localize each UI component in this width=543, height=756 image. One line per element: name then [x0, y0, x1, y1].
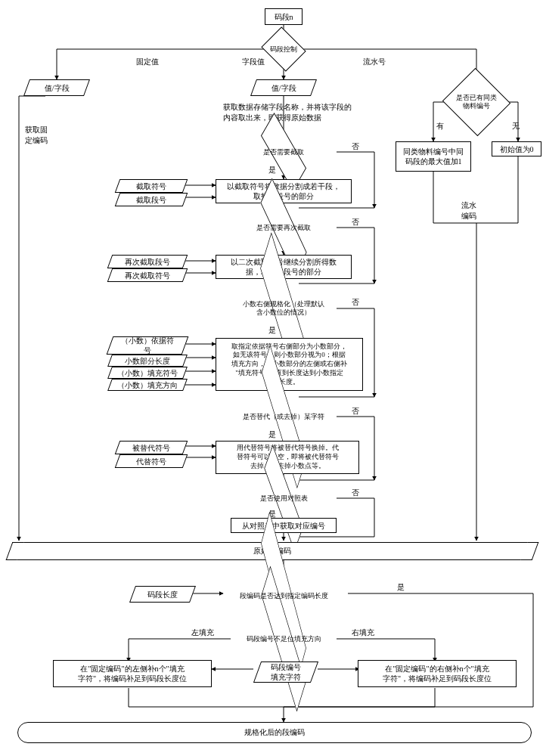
replace-sym-io: 代替符号 — [115, 454, 188, 468]
dec-fill-sym-io: （小数）填充符号 — [107, 367, 188, 379]
trunc2-diamond: 是否需要再次截取 — [246, 215, 321, 240]
control-diamond: 码段控制 — [267, 36, 300, 63]
yes3: 是 — [268, 325, 276, 336]
init-action: 初始值为0 — [492, 141, 541, 156]
no3: 否 — [352, 297, 359, 308]
no5: 否 — [352, 488, 359, 498]
branch-field-label: 字段值 — [242, 57, 265, 67]
from-table: 从对照表中获取对应编号 — [231, 518, 337, 533]
start-box: 码段n — [265, 8, 303, 25]
branch-fixed-label: 固定值 — [136, 57, 159, 67]
dec-diamond: 小数右侧规格化（处理默认 含小数位的情况） — [231, 293, 337, 324]
has-label: 有 — [436, 121, 444, 132]
same-action: 同类物料编号中同 码段的最大值加1 — [396, 141, 471, 172]
serial-diamond: 是否已有同类 物料编号 — [452, 79, 501, 125]
trunc2-seg-io: 再次截取段号 — [107, 255, 188, 268]
no2: 否 — [352, 217, 359, 228]
left-fill-label: 左填充 — [191, 627, 214, 638]
trunc-action: 以截取符号将数据分割成若干段， 取指定段号的部分 — [216, 179, 352, 203]
yes4: 是 — [268, 429, 276, 440]
dec-len-io: 小数部分长度 — [107, 355, 188, 367]
replaced-sym-io: 被替代符号 — [115, 441, 188, 454]
field-note: 获取数据存储字段名称，并将该字段的 内容取出来，即获得原始数据 — [223, 102, 382, 123]
field-value-io: 值/字段 — [250, 79, 317, 96]
final-terminal: 规格化后的段编码 — [17, 722, 532, 743]
right-fill-label: 右填充 — [352, 627, 374, 638]
trunc-seg-io: 截取段号 — [115, 193, 188, 206]
trunc2-sym-io: 再次截取符号 — [107, 268, 188, 282]
dec-action: 取指定依据符号右侧部分为小数部分， 如无该符号，则小数部分视为0；根据 填充方向… — [216, 338, 363, 391]
serial-code-label: 流水 编码 — [461, 200, 476, 222]
table-diamond: 是否使用对照表 — [244, 488, 323, 509]
yes6: 是 — [397, 582, 405, 593]
trunc-sym-io: 截取符号 — [115, 179, 188, 193]
right-action: 在"固定编码"的右侧补n个"填充 字符"，将编码补足到码段长度位 — [358, 660, 517, 687]
trunc-diamond: 是否需要截取 — [253, 140, 314, 164]
fill-char-io: 码段编号 填充字符 — [253, 662, 318, 683]
no1: 否 — [352, 141, 359, 152]
fixed-value-io: 值/字段 — [23, 79, 90, 96]
yes1: 是 — [268, 165, 276, 175]
no4: 否 — [352, 406, 359, 417]
replace-diamond: 是否替代（或去掉）某字符 — [231, 404, 337, 429]
replace-action: 用代替符号将被替代符号换掉。代 替符号可以是空，即将被代替符号 去掉，如去掉小数… — [216, 441, 359, 474]
dec-basis-io: （小数）依据符 号 — [107, 336, 189, 355]
fill-dir-diamond: 码段编号不足位填充方向 — [231, 626, 337, 652]
get-fixed-label: 获取固 定编码 — [25, 125, 48, 146]
dec-fill-dir-io: （小数）填充方向 — [107, 379, 188, 391]
left-action: 在"固定编码"的左侧补n个"填充 字符"，将编码补足到码段长度位 — [53, 660, 212, 687]
branch-serial-label: 流水号 — [363, 57, 386, 67]
none-label: 无 — [512, 121, 520, 132]
len-diamond: 段编码是否达到指定编码长度 — [223, 582, 344, 609]
seg-len-io: 码段长度 — [129, 586, 196, 603]
